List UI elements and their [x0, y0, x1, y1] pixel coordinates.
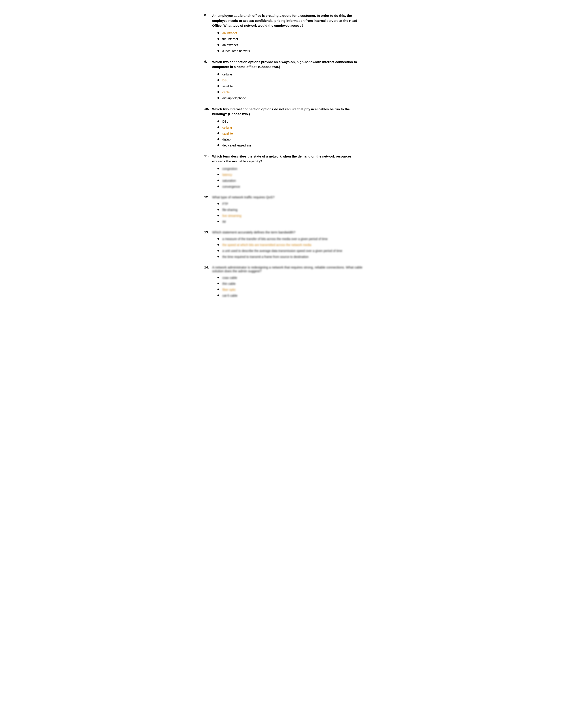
question-text-8: An employee at a branch office is creati…	[212, 13, 363, 28]
question-number-10: 10.	[204, 107, 212, 111]
answer-text-14-2: fiber optic	[222, 287, 236, 292]
bullet-icon-13-1	[217, 244, 219, 246]
question-block-11: 11.Which term describes the state of a n…	[204, 154, 363, 189]
answer-text-11-1: latency	[222, 173, 232, 177]
question-block-10: 10.Which two Internet connection options…	[204, 107, 363, 148]
answer-list-9: cellularDSLsatellitecabledial-up telepho…	[217, 72, 363, 101]
answer-item-12-1: file-sharing	[217, 208, 363, 212]
bullet-icon-9-3	[217, 91, 219, 93]
answer-item-13-1: the speed at which bits are transmitted …	[217, 243, 363, 247]
answer-item-9-3: cable	[217, 90, 363, 95]
answer-item-9-0: cellular	[217, 72, 363, 77]
answer-text-11-2: saturation	[222, 178, 236, 183]
question-number-11: 11.	[204, 154, 212, 158]
answer-item-10-3: dialup	[217, 137, 363, 142]
bullet-icon-10-1	[217, 126, 219, 128]
answer-text-10-1: cellular	[222, 125, 232, 130]
bullet-icon-11-3	[217, 186, 219, 187]
question-header-9: 9.Which two connection options provide a…	[204, 60, 363, 69]
answer-item-14-1: thin cable	[217, 281, 363, 286]
answer-item-9-2: satellite	[217, 84, 363, 89]
answer-item-8-3: a local area network	[217, 49, 363, 53]
bullet-icon-8-1	[217, 38, 219, 40]
answer-text-12-2: live streaming	[222, 214, 241, 218]
answer-text-8-2: an extranet	[222, 43, 238, 47]
answer-item-8-2: an extranet	[217, 43, 363, 47]
answer-text-10-4: dedicated leased line	[222, 143, 251, 148]
question-header-11: 11.Which term describes the state of a n…	[204, 154, 363, 164]
question-text-13: Which statement accurately defines the t…	[212, 230, 296, 234]
bullet-icon-13-2	[217, 250, 219, 251]
question-header-8: 8.An employee at a branch office is crea…	[204, 13, 363, 28]
answer-text-11-0: congestion	[222, 167, 237, 171]
question-text-12: What type of network traffic requires Qo…	[212, 195, 274, 199]
answer-text-8-0: an intranet	[222, 31, 237, 36]
answer-text-10-2: satellite	[222, 131, 233, 136]
answer-text-13-3: the time required to transmit a frame fr…	[222, 255, 309, 259]
answer-list-14: coax cablethin cablefiber opticcat-5 cab…	[217, 276, 363, 298]
question-block-9: 9.Which two connection options provide a…	[204, 60, 363, 101]
answer-text-14-0: coax cable	[222, 276, 237, 280]
answer-item-13-2: a unit used to describe the average data…	[217, 249, 363, 253]
question-header-12: 12.What type of network traffic requires…	[204, 195, 363, 199]
question-text-14: A network administrator is redesigning a…	[212, 265, 363, 273]
answer-text-11-3: convergence	[222, 184, 240, 189]
answer-text-9-3: cable	[222, 90, 229, 95]
question-block-12: 12.What type of network traffic requires…	[204, 195, 363, 224]
bullet-icon-12-0	[217, 203, 219, 205]
answer-item-14-2: fiber optic	[217, 287, 363, 292]
answer-item-13-0: a measure of the transfer of bits across…	[217, 237, 363, 241]
answer-item-10-0: DSL	[217, 119, 363, 124]
answer-text-10-3: dialup	[222, 137, 230, 142]
answer-item-8-0: an intranet	[217, 31, 363, 36]
bullet-icon-10-0	[217, 120, 219, 122]
answer-text-14-1: thin cable	[222, 281, 235, 286]
answer-item-10-4: dedicated leased line	[217, 143, 363, 148]
bullet-icon-11-2	[217, 180, 219, 181]
bullet-icon-14-0	[217, 277, 219, 278]
answer-text-9-4: dial-up telephone	[222, 96, 246, 101]
answer-text-9-2: satellite	[222, 84, 233, 89]
answer-list-8: an intranetthe Internetan extraneta loca…	[217, 31, 363, 53]
question-text-11: Which term describes the state of a netw…	[212, 154, 363, 164]
question-block-8: 8.An employee at a branch office is crea…	[204, 13, 363, 53]
answer-list-11: congestionlatencysaturationconvergence	[217, 167, 363, 189]
bullet-icon-11-1	[217, 174, 219, 175]
bullet-icon-13-3	[217, 256, 219, 257]
answer-item-14-0: coax cable	[217, 276, 363, 280]
question-number-9: 9.	[204, 60, 212, 63]
question-header-13: 13.Which statement accurately defines th…	[204, 230, 363, 234]
answer-item-11-1: latency	[217, 173, 363, 177]
question-text-10: Which two Internet connection options do…	[212, 107, 363, 117]
answer-item-11-0: congestion	[217, 167, 363, 171]
bullet-icon-9-1	[217, 79, 219, 81]
answer-text-13-0: a measure of the transfer of bits across…	[222, 237, 328, 241]
answer-text-13-1: the speed at which bits are transmitted …	[222, 243, 311, 247]
answer-item-9-1: DSL	[217, 78, 363, 83]
question-number-14: 14.	[204, 265, 212, 269]
answer-text-10-0: DSL	[222, 119, 228, 124]
bullet-icon-8-2	[217, 44, 219, 46]
bullet-icon-10-2	[217, 132, 219, 134]
answer-item-12-2: live streaming	[217, 214, 363, 218]
answer-text-12-1: file-sharing	[222, 208, 237, 212]
answer-list-10: DSLcellularsatellitedialupdedicated leas…	[217, 119, 363, 148]
answer-text-12-3: IM	[222, 220, 226, 224]
question-number-13: 13.	[204, 230, 212, 234]
bullet-icon-12-2	[217, 215, 219, 216]
bullet-icon-13-0	[217, 238, 219, 240]
bullet-icon-9-4	[217, 97, 219, 99]
answer-text-8-3: a local area network	[222, 49, 250, 53]
answer-list-13: a measure of the transfer of bits across…	[217, 237, 363, 259]
answer-item-8-1: the Internet	[217, 37, 363, 41]
answer-item-10-1: cellular	[217, 125, 363, 130]
bullet-icon-8-0	[217, 32, 219, 34]
bullet-icon-12-1	[217, 209, 219, 210]
question-block-14: 14.A network administrator is redesignin…	[204, 265, 363, 298]
question-number-8: 8.	[204, 13, 212, 17]
answer-item-14-3: cat-5 cable	[217, 293, 363, 298]
bullet-icon-12-3	[217, 221, 219, 222]
answer-item-12-0: FTP	[217, 202, 363, 206]
answer-text-12-0: FTP	[222, 202, 228, 206]
question-text-9: Which two connection options provide an …	[212, 60, 363, 69]
